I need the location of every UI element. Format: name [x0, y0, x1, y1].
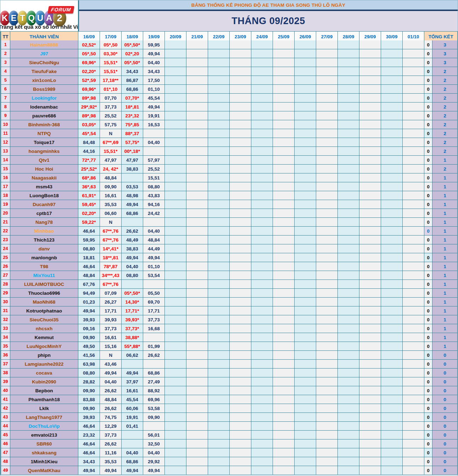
- total-cell: 1: [432, 156, 458, 165]
- empty-cell: [295, 404, 316, 413]
- empty-cell: [403, 457, 424, 466]
- empty-cell: [359, 271, 381, 280]
- value-cell: 15,16: [100, 342, 122, 351]
- empty-cell: [403, 58, 424, 67]
- empty-cell: [295, 466, 316, 475]
- empty-cell: [165, 369, 186, 377]
- value-cell: 04,40: [143, 448, 165, 457]
- empty-cell: [251, 94, 273, 103]
- member-name-cell: Kemmut: [10, 333, 78, 342]
- empty-cell: [359, 369, 381, 377]
- value-cell: 01,41: [122, 422, 143, 431]
- zero-cell: 0: [424, 40, 432, 49]
- zero-cell: 0: [424, 244, 432, 253]
- empty-cell: [403, 218, 424, 227]
- rank-cell: 43: [1, 413, 10, 422]
- empty-cell: [295, 244, 316, 253]
- value-cell: 48,84: [143, 236, 165, 244]
- empty-cell: [316, 76, 338, 85]
- empty-cell: [381, 306, 403, 315]
- rank-cell: 34: [1, 333, 10, 342]
- total-cell: 1: [432, 253, 458, 262]
- empty-cell: [208, 49, 230, 58]
- value-cell: 43,83: [143, 191, 165, 200]
- empty-cell: [208, 156, 230, 165]
- value-cell: 15,51*: [100, 67, 122, 76]
- empty-cell: [359, 67, 381, 76]
- empty-cell: [381, 377, 403, 386]
- value-cell: 09,90: [78, 404, 100, 413]
- empty-cell: [251, 182, 273, 191]
- value-cell: 56,01: [143, 431, 165, 439]
- empty-cell: [230, 173, 251, 182]
- value-cell: 05*,50: [78, 49, 100, 58]
- empty-cell: [273, 315, 295, 324]
- empty-cell: [165, 67, 186, 76]
- empty-cell: [403, 129, 424, 138]
- member-name-cell: Hoc Hoi: [10, 165, 78, 173]
- value-cell: 59,95: [78, 236, 100, 244]
- rank-cell: 19: [1, 200, 10, 209]
- total-cell: 2: [432, 67, 458, 76]
- empty-cell: [208, 439, 230, 448]
- empty-cell: [165, 103, 186, 111]
- empty-cell: [143, 280, 165, 289]
- empty-cell: [338, 244, 359, 253]
- value-cell: 37,97: [122, 377, 143, 386]
- empty-cell: [186, 386, 208, 395]
- zero-cell: 0: [424, 227, 432, 236]
- empty-cell: [273, 94, 295, 103]
- value-cell: 05*,50*: [122, 58, 143, 67]
- value-cell: 53,54: [143, 271, 165, 280]
- empty-cell: [165, 386, 186, 395]
- value-cell: 38,83: [122, 165, 143, 173]
- empty-cell: [251, 40, 273, 49]
- empty-cell: [230, 200, 251, 209]
- empty-cell: [230, 439, 251, 448]
- value-cell: 17,71*: [122, 306, 143, 315]
- empty-cell: [338, 369, 359, 377]
- empty-cell: [338, 138, 359, 147]
- empty-cell: [230, 466, 251, 475]
- empty-cell: [381, 138, 403, 147]
- rank-cell: 15: [1, 165, 10, 173]
- member-name-cell: lodenambac: [10, 103, 78, 111]
- empty-cell: [186, 173, 208, 182]
- empty-cell: [316, 253, 338, 262]
- empty-cell: [295, 271, 316, 280]
- empty-cell: [273, 280, 295, 289]
- value-cell: 49,94: [100, 466, 122, 475]
- value-cell: 09,90: [143, 413, 165, 422]
- empty-cell: [122, 173, 143, 182]
- empty-cell: [381, 315, 403, 324]
- rank-cell: 13: [1, 147, 10, 156]
- empty-cell: [338, 182, 359, 191]
- empty-cell: [273, 298, 295, 306]
- value-cell: 35,53: [100, 200, 122, 209]
- empty-cell: [338, 377, 359, 386]
- empty-cell: [251, 85, 273, 94]
- empty-cell: [403, 40, 424, 49]
- zero-cell: 0: [424, 324, 432, 333]
- value-cell: 49,94: [143, 253, 165, 262]
- value-cell: 39,93: [78, 315, 100, 324]
- empty-cell: [381, 40, 403, 49]
- zero-cell: 0: [424, 191, 432, 200]
- zero-cell: 0: [424, 156, 432, 165]
- empty-cell: [230, 209, 251, 218]
- member-name-cell: xin1conLo: [10, 76, 78, 85]
- empty-cell: [381, 200, 403, 209]
- empty-cell: [295, 165, 316, 173]
- empty-cell: [251, 324, 273, 333]
- empty-cell: [381, 129, 403, 138]
- empty-cell: [316, 395, 338, 404]
- empty-cell: [295, 448, 316, 457]
- empty-cell: [273, 236, 295, 244]
- empty-cell: [316, 156, 338, 165]
- empty-cell: [338, 165, 359, 173]
- empty-cell: [230, 262, 251, 271]
- empty-cell: [165, 422, 186, 431]
- empty-cell: [359, 422, 381, 431]
- empty-cell: [208, 165, 230, 173]
- empty-cell: [403, 67, 424, 76]
